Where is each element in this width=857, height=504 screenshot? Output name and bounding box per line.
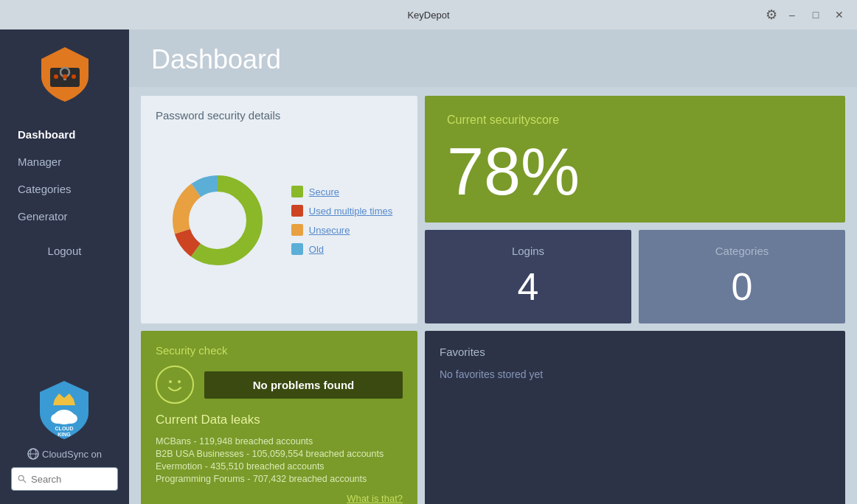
window-title: KeyDepot xyxy=(407,10,449,21)
minimize-button[interactable]: – xyxy=(783,6,801,24)
cloud-sync-area: CLOUD KING CloudSync on xyxy=(27,377,102,460)
settings-icon[interactable]: ⚙ xyxy=(766,7,777,23)
leak-item-2: Evermotion - 435,510 breached accounts xyxy=(156,461,403,472)
logins-label: Logins xyxy=(512,245,544,257)
svg-point-22 xyxy=(169,380,172,383)
close-button[interactable]: ✕ xyxy=(830,6,848,24)
logout-button[interactable]: Logout xyxy=(30,237,100,265)
sidebar-item-generator[interactable]: Generator xyxy=(0,203,129,230)
categories-card: Categories 0 xyxy=(639,230,845,323)
security-score-label: Current securityscore xyxy=(447,113,823,127)
svg-point-8 xyxy=(51,413,64,424)
donut-area: Secure Used multiple times Unsecure xyxy=(156,130,403,310)
legend-old[interactable]: Old xyxy=(291,243,392,255)
legend-used-multiple[interactable]: Used multiple times xyxy=(291,205,392,217)
logins-card: Logins 4 xyxy=(425,230,631,323)
donut-legend: Secure Used multiple times Unsecure xyxy=(291,186,392,255)
window-controls: ⚙ – □ ✕ xyxy=(766,6,848,24)
search-box[interactable] xyxy=(11,467,118,491)
maximize-button[interactable]: □ xyxy=(807,6,825,24)
security-check-title: Security check xyxy=(156,344,403,357)
legend-unsecure[interactable]: Unsecure xyxy=(291,224,392,236)
sidebar-item-categories[interactable]: Categories xyxy=(0,175,129,203)
favorites-label: Favorites xyxy=(440,346,830,358)
svg-point-4 xyxy=(63,74,67,79)
search-input[interactable] xyxy=(31,474,111,485)
favorites-empty: No favorites stored yet xyxy=(440,368,830,380)
categories-value: 0 xyxy=(732,265,753,309)
smiley-icon xyxy=(156,365,194,404)
favorites-card: Favorites No favorites stored yet xyxy=(425,331,845,504)
legend-secure-color xyxy=(291,186,303,197)
svg-point-15 xyxy=(18,475,24,480)
legend-secure[interactable]: Secure xyxy=(291,186,392,197)
legend-used-multiple-color xyxy=(291,205,303,217)
main-header: Dashboard xyxy=(129,29,857,87)
leak-item-3: Programming Forums - 707,432 breached ac… xyxy=(156,474,403,484)
security-score-card: Current securityscore 78% xyxy=(425,96,845,223)
data-leaks-title: Current Data leaks xyxy=(156,413,403,427)
svg-text:CLOUD: CLOUD xyxy=(55,426,74,431)
leak-item-0: MCBans - 119,948 breached accounts xyxy=(156,436,403,447)
svg-point-9 xyxy=(64,413,77,424)
main-content: Dashboard Current securityscore 78% Pass… xyxy=(129,29,857,504)
dashboard-grid: Current securityscore 78% Password secur… xyxy=(129,87,857,504)
no-problems-row: No problems found xyxy=(156,365,403,404)
password-details-card: Password security details xyxy=(141,96,417,323)
leak-item-1: B2B USA Businesses - 105,059,554 breache… xyxy=(156,449,403,459)
legend-old-color xyxy=(291,243,303,255)
logins-value: 4 xyxy=(518,265,539,309)
password-details-title: Password security details xyxy=(156,109,403,122)
sidebar-item-dashboard[interactable]: Dashboard xyxy=(0,121,129,148)
donut-chart xyxy=(166,169,269,272)
page-title: Dashboard xyxy=(151,44,835,75)
title-bar: KeyDepot ⚙ – □ ✕ xyxy=(0,0,857,29)
sidebar: Dashboard Manager Categories Generator L… xyxy=(0,29,129,504)
data-leaks-list: MCBans - 119,948 breached accounts B2B U… xyxy=(156,436,403,484)
what-is-that-link[interactable]: What is that? xyxy=(156,493,403,504)
svg-point-3 xyxy=(54,74,58,79)
svg-point-5 xyxy=(72,74,76,79)
sidebar-navigation: Dashboard Manager Categories Generator xyxy=(0,121,129,230)
svg-point-23 xyxy=(178,380,181,383)
security-check-card: Security check No problems found Current… xyxy=(141,331,417,504)
stats-row: Logins 4 Categories 0 xyxy=(425,230,845,323)
legend-unsecure-color xyxy=(291,224,303,236)
security-score-value: 78% xyxy=(447,139,823,205)
svg-line-16 xyxy=(23,480,26,483)
app-body: Dashboard Manager Categories Generator L… xyxy=(0,29,857,504)
no-problems-label: No problems found xyxy=(204,371,403,399)
cloud-sync-label: CloudSync on xyxy=(27,448,102,460)
sidebar-item-manager[interactable]: Manager xyxy=(0,148,129,175)
search-icon xyxy=(18,474,27,484)
categories-label: Categories xyxy=(715,245,769,257)
svg-text:KING: KING xyxy=(58,432,72,437)
logo xyxy=(35,44,94,121)
